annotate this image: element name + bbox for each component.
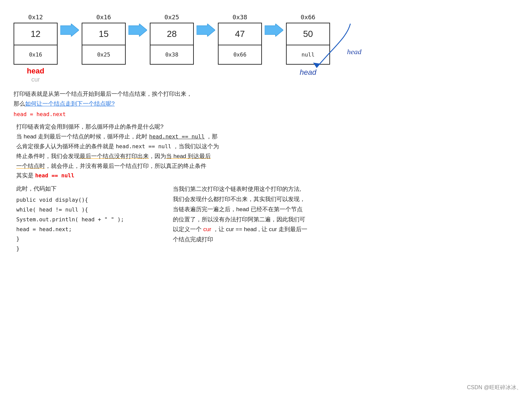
right-text-5: 以定义一个 cur ，让 cur == head , 让 cur 走到最后一: [173, 224, 518, 235]
col-left: 此时，代码如下 public void display(){ while( he…: [14, 184, 159, 254]
two-column-section: 此时，代码如下 public void display(){ while( he…: [14, 184, 518, 254]
code-line-4: head = head.next;: [16, 225, 159, 235]
text-head-null: head == null: [35, 172, 75, 179]
content-area: 打印链表就是从第一个结点开始到最后一个结点结束，挨个打印出来， 那么如何让一个结…: [14, 89, 518, 254]
node-1: 0x16 15 0x25: [82, 14, 126, 65]
node-3-val: 47: [219, 23, 261, 45]
svg-marker-0: [60, 24, 79, 37]
node-2-val: 28: [150, 23, 193, 45]
node-0-box: 12 0x16: [14, 23, 58, 65]
node-1-next: 0x25: [82, 45, 125, 64]
text-line2-underline: 如何让一个结点走到下一个结点呢?: [25, 101, 115, 107]
para1-4: 终止条件时，我们会发现最后一个结点没有打印出来，因为当 head 到达最后: [16, 152, 518, 161]
arrow-1: [58, 14, 82, 37]
right-text-3: 当链表遍历完一遍之后，head 已经不在第一个节点: [173, 204, 518, 215]
label-head-red: head: [27, 67, 44, 75]
node-0: 0x12 12 0x16 head cur: [14, 14, 58, 83]
code-line-1: public void display(){: [16, 195, 159, 205]
node-3-box: 47 0x66: [218, 23, 262, 65]
right-text-4: 的位置了，所以没有办法打印阿第二遍，因此我们可: [173, 215, 518, 225]
node-0-addr: 0x12: [28, 14, 43, 21]
para1-5: 一个结点时，就会停止，并没有将最后一个结点打印，所以真正的终止条件: [16, 161, 518, 171]
col-right: 当我们第二次打印这个链表时使用这个打印的方法, 我们会发现什么都打印不出来，其实…: [173, 184, 518, 254]
code-line-5: }: [16, 234, 159, 244]
code-line-3: System.out.println( head + " " );: [16, 215, 159, 225]
text-underline-2: 当 head 到达最后: [166, 153, 211, 159]
arrow-2: [126, 14, 150, 37]
arrow-4-icon: [265, 24, 283, 37]
node-2-next: 0x38: [150, 45, 193, 64]
para1-6: 其实是 head == null: [16, 171, 518, 181]
node-1-box: 15 0x25: [82, 23, 126, 65]
right-text-2: 我们会发现什么都打印不出来，其实我们可以发现，: [173, 194, 518, 204]
arrow-2-icon: [128, 24, 147, 37]
label-cur-gray: cur: [27, 76, 44, 83]
para1-1: 打印链表肯定会用到循环，那么循环停止的条件是什么呢?: [16, 122, 518, 132]
right-label-area: head: [340, 14, 362, 56]
svg-marker-2: [197, 24, 215, 37]
right-text-6: 个结点完成打印: [173, 235, 518, 245]
text-underline-1: 最后一个结点没有打印出来: [80, 153, 149, 159]
text-line1: 打印链表就是从第一个结点开始到最后一个结点结束，挨个打印出来，: [14, 89, 518, 99]
node-3: 0x38 47 0x66: [218, 14, 262, 65]
watermark: CSDN @旺旺碎冰冰、: [467, 384, 522, 391]
node-3-next: 0x66: [219, 45, 261, 64]
node-3-addr: 0x38: [232, 14, 247, 21]
arrow-4: [262, 14, 286, 37]
curved-arrow-icon: [306, 17, 361, 78]
code-block: public void display(){ while( head != nu…: [16, 195, 159, 254]
node-2-addr: 0x25: [164, 14, 179, 21]
arrow-3-icon: [197, 24, 215, 37]
text-line2: 那么如何让一个结点走到下一个结点呢?: [14, 99, 518, 109]
arrow-3: [194, 14, 218, 37]
node-0-labels: head cur: [27, 67, 44, 83]
node-2: 0x25 28 0x38: [150, 14, 194, 65]
linked-list-diagram: 0x12 12 0x16 head cur 0x16: [14, 10, 362, 87]
code-head-next-null: head.next == null: [149, 133, 205, 140]
text-then1: 此时，代码如下: [16, 184, 159, 194]
code-line-2: while( head != null ){: [16, 205, 159, 215]
main-content: 0x12 12 0x16 head cur 0x16: [14, 10, 518, 254]
code-inline-1: head.next == null: [116, 143, 171, 150]
cur-label-inline: cur: [203, 226, 211, 233]
svg-marker-3: [265, 24, 283, 37]
node-1-val: 15: [82, 23, 125, 45]
node-1-addr: 0x16: [96, 14, 111, 21]
right-text-1: 当我们第二次打印这个链表时使用这个打印的方法,: [173, 184, 518, 194]
node-2-box: 28 0x38: [150, 23, 194, 65]
text-underline-3: 一个结点时: [16, 163, 45, 169]
para1-2: 当 head 走到最后一个结点的时候，循环停止，此时 head.next == …: [16, 132, 518, 142]
nodes-row: 0x12 12 0x16 head cur 0x16: [14, 14, 362, 83]
svg-marker-1: [128, 24, 147, 37]
node-0-val: 12: [14, 23, 57, 45]
arrow-1-icon: [60, 24, 79, 37]
para1-3: 么肯定很多人认为循环终止的条件就是 head.next == null ，当我们…: [16, 142, 518, 152]
node-0-next: 0x16: [14, 45, 57, 64]
code-line-6: }: [16, 244, 159, 254]
text-line3: head = head.next: [14, 110, 518, 119]
